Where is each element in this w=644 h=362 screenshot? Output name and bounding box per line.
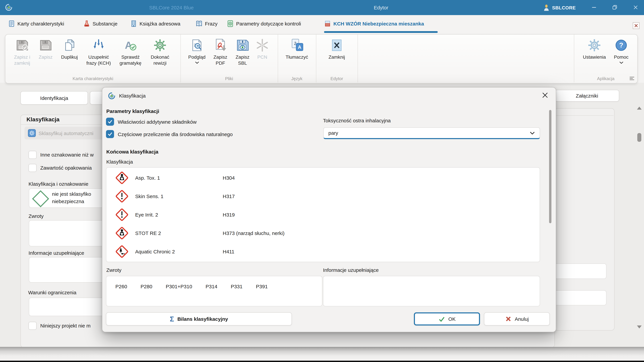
statusbar bbox=[0, 347, 644, 361]
revision-gear-icon bbox=[152, 37, 168, 53]
ribbon-menu-icon[interactable] bbox=[630, 77, 634, 80]
warunki-label: Warunki ograniczenia bbox=[28, 290, 76, 295]
right-input-box[interactable] bbox=[554, 264, 606, 279]
classification-row[interactable]: Skin Sens. 1 H317 bbox=[106, 187, 540, 205]
ribbon-group-edytor: Zamknij Edytor bbox=[316, 34, 358, 82]
check-icon bbox=[107, 119, 113, 124]
close-editor-icon bbox=[329, 37, 344, 53]
p-codes-box[interactable]: P260 P280 P301+P310 P314 P331 P391 bbox=[106, 276, 322, 306]
checkbox-partial[interactable] bbox=[106, 130, 114, 138]
p-code[interactable]: P301+P310 bbox=[166, 284, 192, 289]
toxicity-value: pary bbox=[328, 130, 338, 136]
page-tab-identyfikacja[interactable]: Identyfikacja bbox=[20, 91, 88, 105]
tab-frazy[interactable]: Frazy bbox=[196, 15, 218, 32]
app-title: SBLCore 2024 Blue bbox=[138, 0, 205, 15]
check-icon bbox=[107, 131, 113, 137]
checkbox-project[interactable] bbox=[28, 322, 36, 330]
svg-text:?: ? bbox=[619, 41, 623, 49]
ribbon-group-label: Karta charakterystyki bbox=[5, 76, 180, 81]
page-tab-zalaczniki[interactable]: Załączniki bbox=[555, 90, 619, 102]
not-classified-box: nie jest sklasyfiko niebezpieczna bbox=[29, 188, 112, 208]
dialog-info-box[interactable] bbox=[323, 276, 540, 306]
main-tabbar: Karty charakterystyki Substancje Książka… bbox=[0, 15, 644, 34]
ribbon-group-karta: Zapisz i zamknij Zapisz Duplikuj Uzupełn… bbox=[5, 34, 181, 82]
dialog-title: Klasyfikacja bbox=[119, 93, 146, 98]
scrollbar-up-icon[interactable] bbox=[637, 107, 642, 110]
p-code[interactable]: P331 bbox=[231, 284, 242, 289]
classification-row[interactable]: Aquatic Chronic 2 H411 bbox=[106, 242, 540, 261]
settings-button[interactable]: Ustawienia bbox=[580, 36, 609, 64]
classification-label: Klasyfikacja bbox=[106, 159, 133, 165]
tab-ksiazka-adresowa[interactable]: Książka adresowa bbox=[130, 15, 180, 32]
p-code[interactable]: P260 bbox=[116, 284, 127, 289]
info-box[interactable] bbox=[29, 257, 112, 283]
grammar-check-icon: A bbox=[123, 37, 138, 53]
pcn-icon bbox=[254, 37, 270, 53]
scrollbar-thumb[interactable] bbox=[637, 133, 641, 142]
help-button[interactable]: ? Pomoc bbox=[611, 36, 632, 64]
active-tab-underline bbox=[324, 31, 438, 33]
auto-classify-gear-icon bbox=[28, 129, 36, 137]
zwroty-label: Zwroty bbox=[28, 213, 44, 219]
warunki-box[interactable] bbox=[29, 298, 112, 316]
p-code[interactable]: P314 bbox=[206, 284, 217, 289]
classification-balance-button[interactable]: Σ Bilans klasyfikacyjny bbox=[106, 312, 292, 326]
flask-icon bbox=[83, 20, 90, 27]
toxicity-dropdown[interactable]: pary bbox=[323, 127, 540, 139]
tab-parametry-kontroli[interactable]: Parametry dotyczące kontroli bbox=[227, 15, 301, 32]
dialog-info-label: Informacje uzupełniające bbox=[323, 267, 379, 273]
checkbox-other-labeling[interactable] bbox=[28, 151, 36, 159]
save-close-icon bbox=[14, 37, 30, 53]
save-and-close-button[interactable]: Zapisz i zamknij bbox=[11, 36, 34, 66]
classification-list[interactable]: Asp. Tox. 1 H304 Skin Sens. 1 H317 Eye I… bbox=[106, 167, 540, 262]
ok-button[interactable]: OK bbox=[414, 312, 480, 326]
tab-substancje[interactable]: Substancje bbox=[83, 15, 118, 32]
close-editor-button[interactable]: Zamknij bbox=[324, 36, 349, 60]
datasheet-icon bbox=[8, 20, 15, 27]
maximize-button[interactable] bbox=[610, 4, 619, 11]
fill-phrases-icon bbox=[91, 37, 106, 53]
ghs08-health-hazard-icon bbox=[114, 226, 130, 241]
preview-button[interactable]: Podgląd bbox=[186, 36, 208, 66]
checkbox-additive[interactable] bbox=[106, 118, 114, 126]
checkbox-package-content[interactable] bbox=[28, 164, 36, 172]
save-pdf-button[interactable]: Zapisz PDF bbox=[211, 36, 230, 66]
minimize-button[interactable] bbox=[590, 4, 598, 11]
ribbon-group-aplikacja: Ustawienia ? Pomoc Aplikacja bbox=[574, 34, 637, 82]
revision-button[interactable]: Dokonać rewizji bbox=[148, 36, 172, 66]
close-document-tab-button[interactable] bbox=[632, 22, 640, 29]
p-code[interactable]: P391 bbox=[256, 284, 268, 289]
duplicate-button[interactable]: Duplikuj bbox=[58, 36, 81, 66]
dialog-zwroty-label: Zwroty bbox=[106, 267, 122, 273]
chevron-down-icon bbox=[530, 131, 535, 135]
zwroty-box[interactable] bbox=[29, 220, 112, 246]
save-sbl-button[interactable]: Zapisz SBL bbox=[233, 36, 252, 66]
pcn-button[interactable]: PCN bbox=[255, 36, 270, 66]
dialog-scrollbar-thumb[interactable] bbox=[549, 110, 552, 223]
ghs07-exclamation-icon bbox=[114, 207, 130, 222]
right-input-box[interactable] bbox=[554, 290, 606, 305]
p-code[interactable]: P280 bbox=[140, 284, 152, 289]
tab-close-icon bbox=[632, 22, 640, 29]
dialog-close-icon[interactable] bbox=[542, 92, 548, 98]
account-label[interactable]: SBLCORE bbox=[552, 0, 576, 15]
fill-phrases-button[interactable]: Uzupełnić frazy (KCH) bbox=[84, 36, 113, 66]
cancel-button[interactable]: Anuluj bbox=[484, 312, 550, 326]
tab-karty-charakterystyki[interactable]: Karty charakterystyki bbox=[8, 15, 64, 32]
save-button[interactable]: Zapisz bbox=[36, 36, 55, 66]
translate-button[interactable]: żA Tłumaczyć bbox=[281, 36, 313, 60]
scrollbar-down-icon[interactable] bbox=[637, 326, 642, 329]
app-window: SBLCore 2024 Blue Edytor SBLCORE Karty c… bbox=[0, 0, 644, 362]
check-grammar-button[interactable]: A Sprawdź gramatykę bbox=[116, 36, 145, 66]
close-window-button[interactable] bbox=[631, 4, 640, 11]
classification-row[interactable]: STOT RE 2 H373 (narząd słuchu, nerki) bbox=[106, 224, 540, 242]
classification-row[interactable]: Eye Irrit. 2 H319 bbox=[106, 205, 540, 224]
pdf-icon bbox=[213, 37, 228, 53]
tab-kch-wzor-active[interactable]: KCH WZÓR Niebezpieczna mieszanka bbox=[324, 15, 424, 32]
classification-row[interactable]: Asp. Tox. 1 H304 bbox=[106, 169, 540, 187]
minimize-icon bbox=[591, 5, 597, 10]
bottom-edge bbox=[0, 361, 644, 362]
duplicate-icon bbox=[62, 37, 77, 53]
titlebar: SBLCore 2024 Blue Edytor SBLCORE bbox=[0, 0, 644, 15]
checkbox-partial-label: Częściowe przeliczenie dla środowiska na… bbox=[118, 131, 232, 137]
